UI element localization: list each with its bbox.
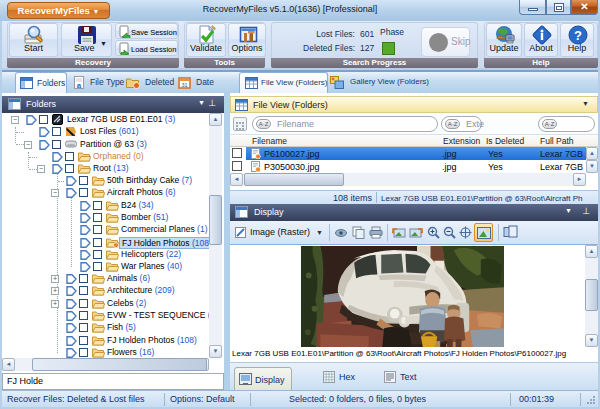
svg-text:?: ?	[574, 28, 582, 43]
svg-text:a: a	[77, 81, 82, 90]
svg-text:31: 31	[181, 82, 187, 88]
